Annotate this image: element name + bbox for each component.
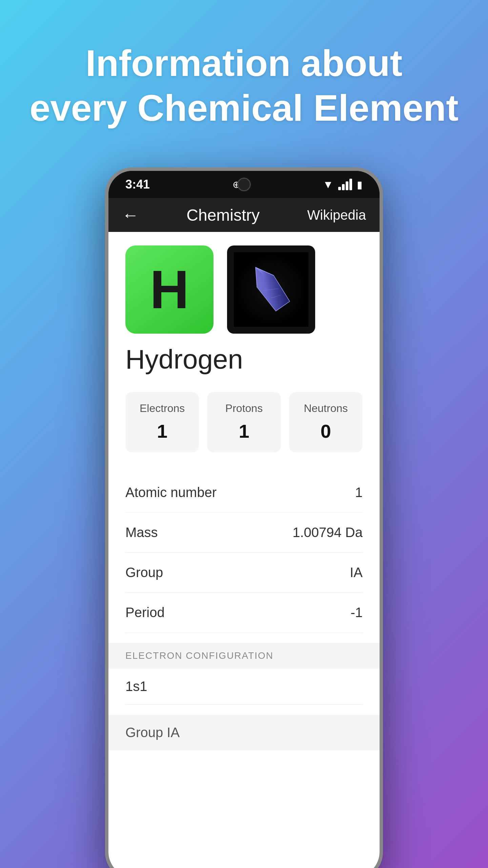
group-row: Group IA: [125, 553, 363, 593]
atomic-number-value: 1: [355, 485, 363, 500]
electrons-value: 1: [157, 420, 167, 442]
group-ia-label: Group IA: [125, 725, 180, 740]
app-toolbar: ← Chemistry Wikipedia: [108, 198, 380, 232]
status-time: 3:41: [125, 177, 150, 192]
protons-label: Protons: [225, 402, 263, 415]
electron-config-section: ELECTRON CONFIGURATION: [108, 643, 380, 669]
back-button[interactable]: ←: [122, 205, 139, 225]
period-value: -1: [350, 605, 363, 620]
electrons-card: Electrons 1: [125, 392, 199, 452]
protons-value: 1: [239, 420, 249, 442]
wikipedia-button[interactable]: Wikipedia: [307, 208, 366, 223]
atomic-number-label: Atomic number: [125, 485, 217, 500]
neutrons-value: 0: [321, 420, 331, 442]
neutrons-card: Neutrons 0: [289, 392, 363, 452]
protons-card: Protons 1: [207, 392, 281, 452]
electron-config-value: 1s1: [125, 679, 147, 694]
group-value: IA: [350, 565, 363, 580]
atomic-number-row: Atomic number 1: [125, 473, 363, 513]
toolbar-title: Chemistry: [186, 206, 260, 224]
info-section: Atomic number 1 Mass 1.00794 Da Group IA…: [125, 473, 363, 633]
period-label: Period: [125, 605, 165, 620]
phone-frame: 3:41 ⊕ ▼ ▮ ← Chemistry Wikipedia: [105, 167, 383, 868]
signal-icon: [338, 179, 352, 190]
app-content: H: [108, 232, 380, 868]
element-name: Hydrogen: [125, 344, 243, 374]
electrons-label: Electrons: [140, 402, 185, 415]
neutrons-label: Neutrons: [304, 402, 348, 415]
element-image: [227, 245, 315, 334]
wifi-icon: ▼: [323, 178, 333, 191]
element-tile: H: [125, 245, 214, 334]
element-symbol: H: [150, 258, 189, 321]
electron-config-label: ELECTRON CONFIGURATION: [125, 650, 273, 661]
group-ia-bar: Group IA: [108, 715, 380, 750]
mass-row: Mass 1.00794 Da: [125, 513, 363, 553]
headline: Information about every Chemical Element: [2, 0, 486, 157]
status-icons: ▼ ▮: [323, 178, 363, 191]
camera-notch: [237, 178, 251, 191]
battery-icon: ▮: [357, 179, 363, 191]
period-row: Period -1: [125, 593, 363, 633]
group-label: Group: [125, 565, 163, 580]
mass-value: 1.00794 Da: [292, 525, 363, 540]
electron-config-value-row: 1s1: [125, 669, 363, 705]
particles-row: Electrons 1 Protons 1 Neutrons 0: [125, 392, 363, 452]
status-bar: 3:41 ⊕ ▼ ▮: [108, 171, 380, 198]
mass-label: Mass: [125, 525, 158, 540]
phone-mockup: 3:41 ⊕ ▼ ▮ ← Chemistry Wikipedia: [0, 167, 488, 868]
